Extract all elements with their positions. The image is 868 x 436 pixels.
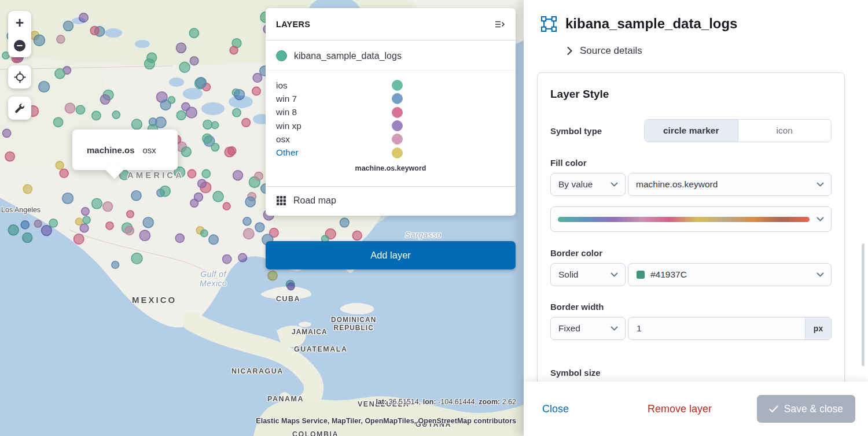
border-color-mode-value: Solid [558, 269, 578, 280]
chevron-down-icon [610, 326, 618, 331]
legend-label: win xp [276, 121, 301, 131]
map-label-los-angeles: Los Angeles [1, 206, 41, 214]
flyout-scrollbar[interactable] [862, 243, 865, 366]
map-label-panama: PANAMA [267, 395, 304, 403]
border-width-input[interactable]: 1 px [628, 317, 832, 340]
legend-row: win xp [276, 119, 505, 132]
map-label-nicaragua: NICARAGUA [231, 367, 284, 375]
chevron-down-icon [816, 272, 824, 277]
layer-style-card: Layer Style Symbol type circle marker ic… [537, 72, 845, 405]
map-label-gulf-of-mexico: Gulf of Mexico [200, 269, 227, 288]
border-width-mode-value: Fixed [558, 323, 580, 334]
border-width-unit: px [805, 317, 831, 339]
legend-color-dot [392, 80, 403, 91]
border-width-mode-select[interactable]: Fixed [550, 317, 626, 340]
legend-color-dot [392, 134, 403, 145]
fill-color-row: By value machine.os.keyword [550, 173, 832, 196]
fill-color-field-value: machine.os.keyword [636, 179, 718, 190]
symbol-type-circle-marker[interactable]: circle marker [645, 120, 738, 142]
collapse-panel-button[interactable] [495, 20, 505, 29]
legend-row: win 8 [276, 106, 505, 119]
legend-label: win 7 [276, 94, 297, 104]
fill-color-field-select[interactable]: machine.os.keyword [628, 173, 832, 196]
base-layer-name: Road map [293, 195, 336, 206]
legend-field-label: machine.os.keyword [276, 160, 505, 180]
border-color-swatch [637, 271, 645, 279]
layer-legend: ioswin 7win 8win xposxOther machine.os.k… [266, 71, 516, 186]
legend-row: Other [276, 146, 505, 159]
map-label-dominican-republic: DOMINICAN REPUBLIC [331, 316, 376, 332]
layer-settings-flyout: kibana_sample_data_logs Source details L… [524, 0, 868, 436]
base-layer-row[interactable]: Road map [266, 186, 516, 216]
source-details-toggle[interactable]: Source details [566, 45, 852, 57]
map-label-mexico: MEXICO [132, 295, 176, 305]
border-color-label: Border color [550, 248, 832, 258]
legend-color-dot [392, 93, 403, 104]
border-width-row: Fixed 1 px [550, 317, 832, 340]
legend-label: win 8 [276, 107, 297, 117]
close-button[interactable]: Close [539, 402, 572, 416]
legend-label: ios [276, 80, 288, 91]
legend-row: ios [276, 79, 505, 92]
border-color-row: Solid #41937C [550, 263, 832, 286]
legend-color-dot [392, 120, 403, 131]
zoom-in-button[interactable]: + [8, 11, 31, 34]
flyout-header: kibana_sample_data_logs Source details [524, 0, 868, 57]
map-label-cuba: CUBA [276, 295, 300, 303]
map-coordinates: lat: 36.51514, lon: -104.61444, zoom: 2.… [376, 398, 516, 406]
flyout-title-row: kibana_sample_data_logs [541, 16, 852, 32]
legend-rows: ioswin 7win 8win xposxOther [276, 79, 505, 160]
palette-stripe [558, 217, 810, 222]
fill-color-label: Fill color [550, 158, 832, 168]
layer-row[interactable]: kibana_sample_data_logs [266, 40, 516, 71]
add-layer-button[interactable]: Add layer [266, 241, 516, 269]
remove-layer-button[interactable]: Remove layer [644, 402, 715, 416]
feature-tooltip: machine.os osx [72, 130, 178, 170]
fill-color-mode-select[interactable]: By value [550, 173, 626, 196]
zoom-out-button[interactable] [8, 34, 31, 57]
set-view-control [8, 65, 31, 88]
legend-color-dot [392, 107, 403, 118]
tools-button[interactable] [8, 97, 31, 120]
border-color-mode-select[interactable]: Solid [550, 263, 626, 286]
check-icon [769, 405, 778, 413]
wrench-icon [14, 102, 25, 114]
layer-style-title: Layer Style [550, 88, 832, 101]
source-details-label: Source details [580, 45, 642, 57]
chevron-down-icon [816, 217, 824, 221]
layers-panel: LAYERS kibana_sample_data_logs ioswin 7w… [266, 8, 516, 216]
legend-label[interactable]: Other [276, 147, 299, 158]
border-color-hex: #41937C [650, 269, 687, 280]
grid-icon [276, 195, 286, 206]
symbol-type-label: Symbol type [550, 126, 644, 136]
tooltip-field: machine.os [87, 145, 135, 155]
flyout-footer: Close Remove layer Save & close [524, 382, 868, 436]
plus-icon: + [16, 16, 24, 30]
color-palette-select[interactable] [550, 206, 832, 232]
chevron-down-icon [610, 272, 618, 277]
map-label-colombia: COLOMBIA [292, 430, 339, 436]
set-view-button[interactable] [8, 65, 31, 88]
chevron-down-icon [816, 182, 824, 187]
border-width-value: 1 [628, 323, 805, 334]
legend-row: win 7 [276, 92, 505, 105]
border-color-value-wrap: #41937C [636, 269, 816, 280]
symbol-type-icon[interactable]: icon [738, 120, 832, 142]
menu-right-icon [495, 20, 505, 29]
fill-color-mode-value: By value [558, 179, 593, 190]
save-and-close-button[interactable]: Save & close [757, 395, 855, 423]
vector-square-icon [541, 16, 557, 32]
chevron-down-icon [610, 182, 618, 187]
border-color-picker[interactable]: #41937C [628, 263, 832, 286]
map-label-guatemala: GUATEMALA [294, 345, 347, 353]
chevron-right-icon [566, 46, 573, 56]
crosshair-icon [14, 71, 26, 83]
minus-in-circle-icon [14, 40, 25, 51]
save-and-close-label: Save & close [784, 403, 843, 415]
zoom-control-group: + [8, 11, 31, 57]
flyout-title: kibana_sample_data_logs [565, 16, 737, 32]
symbol-size-label: Symbol size [550, 368, 832, 378]
border-width-label: Border width [550, 302, 832, 312]
layers-panel-header: LAYERS [266, 8, 516, 40]
map-attribution: Elastic Maps Service, MapTiler, OpenMapT… [256, 417, 516, 425]
